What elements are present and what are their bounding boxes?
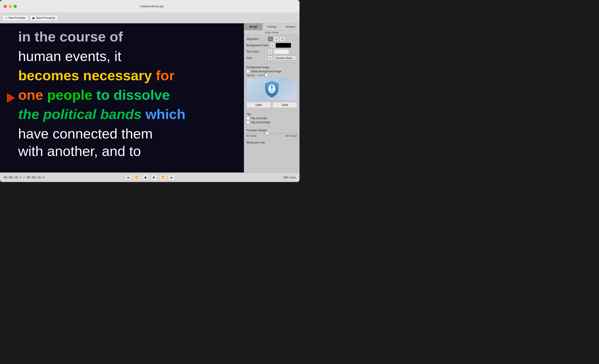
text-color-row: Text Color: ⊙ <box>247 49 297 54</box>
flip-label: Flip: <box>247 113 297 116</box>
stop-button[interactable]: ⏹ <box>142 175 149 180</box>
prompter-margin-slider[interactable] <box>247 133 297 134</box>
prompter-line-4: the political bands which <box>18 105 235 123</box>
font-picker-button[interactable]: Helvetica Neue... <box>274 56 296 60</box>
play-button[interactable]: ▶ <box>151 175 158 180</box>
plus-icon: + <box>6 16 8 20</box>
text-one: one <box>18 87 43 103</box>
current-time: 00:00:10.7 <box>4 176 21 179</box>
max-margin-label: Max Margin <box>285 135 297 137</box>
traffic-lights <box>4 5 17 8</box>
flip-vertically-label[interactable]: Flip Vertically <box>251 117 267 120</box>
tab-bar: Script Overlay Screens <box>244 23 300 30</box>
opacity-slider-thumb[interactable] <box>265 74 268 77</box>
transport-controls: ⏮ ⏪ ⏹ ▶ ⏩ ⏭ <box>125 175 175 180</box>
time-separator: / <box>23 176 27 179</box>
text-color-swatch[interactable] <box>274 49 289 54</box>
rewind-button[interactable]: ⏪ <box>133 175 140 180</box>
new-prompter-button[interactable]: + New Prompter <box>3 15 29 21</box>
flip-section: Flip: Flip Vertically Flip Horizontally <box>244 111 300 127</box>
font-label: Font: <box>247 56 267 59</box>
text-to-dissolve: to dissolve <box>97 87 170 103</box>
prompter-text: in the course of human events, it become… <box>0 23 244 165</box>
main-area: in the course of human events, it become… <box>0 23 300 172</box>
align-right-button[interactable]: ≡ <box>280 36 285 42</box>
tab-screens[interactable]: Screens <box>281 23 300 30</box>
font-row: Font: ⊙ Helvetica Neue... <box>247 56 297 60</box>
file-icon: 📄 <box>135 5 139 8</box>
skip-to-end-button[interactable]: ⏭ <box>168 175 175 180</box>
open-image-button[interactable]: Open <box>247 102 271 108</box>
show-background-image-checkbox[interactable] <box>247 70 250 73</box>
flip-vertically-checkbox[interactable] <box>247 117 250 120</box>
prompter-line-2: becomes necessary for <box>18 67 235 84</box>
opacity-row: Opacity <box>247 74 297 76</box>
start-prompting-button[interactable]: ▶ Start Prompting <box>30 15 58 21</box>
right-panel: Script Overlay Screens Editor Mode Align… <box>244 23 300 172</box>
words-per-line-section: Words per Line: <box>244 139 300 147</box>
background-color-eyedropper[interactable]: ⊙ <box>270 43 275 48</box>
background-image-section: Background Image: Show Background Image … <box>244 64 300 111</box>
play-position-indicator <box>7 93 15 103</box>
flip-horizontally-row: Flip Horizontally <box>247 121 297 124</box>
text-political-bands: the political bands <box>18 106 141 122</box>
flip-horizontally-label[interactable]: Flip Horizontally <box>251 121 270 124</box>
background-color-swatch[interactable] <box>276 43 291 48</box>
alignment-label: Alignment: <box>247 37 267 41</box>
window-title: 📄 independence.ppr <box>135 5 164 8</box>
text-color-label: Text Color: <box>247 50 267 53</box>
background-image-preview <box>247 78 297 101</box>
title-bar: 📄 independence.ppr <box>0 0 300 12</box>
tab-overlay[interactable]: Overlay <box>263 23 281 30</box>
time-display: 00:00:10.7 / 00:06:26.4 <box>4 176 44 179</box>
prompter-line-6: with another, and to <box>18 142 235 160</box>
font-eyedropper[interactable]: ⊙ <box>268 56 273 60</box>
text-necessary: necessary <box>83 68 152 83</box>
prompter-line-1: human events, it <box>18 47 235 65</box>
play-icon: ▶ <box>33 16 35 20</box>
shield-logo <box>264 80 280 98</box>
margin-labels: No Margin Max Margin <box>247 135 297 137</box>
total-time: 00:06:26.4 <box>27 176 44 179</box>
text-people: people <box>47 87 92 103</box>
image-button-row: Open Clear <box>247 102 297 108</box>
alignment-row: Alignment: ≡ ≡ ≡ <box>247 36 297 42</box>
alignment-section: Alignment: ≡ ≡ ≡ Background Color: ⊙ Tex… <box>244 35 300 64</box>
lines-count: 398 Lines <box>283 176 296 179</box>
no-margin-label: No Margin <box>247 135 257 137</box>
toolbar: + New Prompter ▶ Start Prompting <box>0 12 300 23</box>
opacity-slider[interactable] <box>257 75 297 76</box>
prompter-line-3: one people to dissolve <box>18 86 235 104</box>
background-color-label: Background Color: <box>247 44 269 47</box>
fast-forward-button[interactable]: ⏩ <box>159 175 166 180</box>
prompter-line-5: have connected them <box>18 125 235 143</box>
tab-script[interactable]: Script <box>244 23 263 30</box>
align-center-button[interactable]: ≡ <box>274 36 279 42</box>
text-color-eyedropper[interactable]: ⊙ <box>268 49 273 54</box>
opacity-label: Opacity <box>247 74 257 76</box>
maximize-button[interactable] <box>14 5 17 8</box>
align-left-button[interactable]: ≡ <box>268 36 273 42</box>
text-for: for <box>156 68 175 83</box>
prompter-line-top: in the course of <box>18 28 235 46</box>
text-becomes: becomes <box>18 68 79 83</box>
prompter-margin-section: Prompter Margin: No Margin Max Margin <box>244 127 300 139</box>
align-group: ≡ ≡ ≡ <box>268 36 285 42</box>
close-button[interactable] <box>4 5 7 8</box>
image-preview-inner <box>247 78 297 100</box>
prompter-margin-thumb[interactable] <box>266 132 269 135</box>
status-bar: 00:00:10.7 / 00:06:26.4 ⏮ ⏪ ⏹ ▶ ⏩ ⏭ 398 … <box>0 172 300 182</box>
background-color-row: Background Color: ⊙ <box>247 43 297 48</box>
minimize-button[interactable] <box>9 5 12 8</box>
text-which: which <box>146 106 185 122</box>
show-background-image-row: Show Background Image <box>247 70 297 73</box>
flip-vertically-row: Flip Vertically <box>247 117 297 120</box>
show-background-image-label[interactable]: Show Background Image <box>251 70 281 73</box>
editor-mode-label: Editor Mode <box>244 30 300 35</box>
flip-horizontally-checkbox[interactable] <box>247 121 250 124</box>
background-image-title: Background Image: <box>247 66 297 69</box>
skip-to-start-button[interactable]: ⏮ <box>125 175 132 180</box>
words-per-line-label: Words per Line: <box>247 141 297 144</box>
prompter-margin-label: Prompter Margin: <box>247 129 297 132</box>
clear-image-button[interactable]: Clear <box>273 102 297 108</box>
